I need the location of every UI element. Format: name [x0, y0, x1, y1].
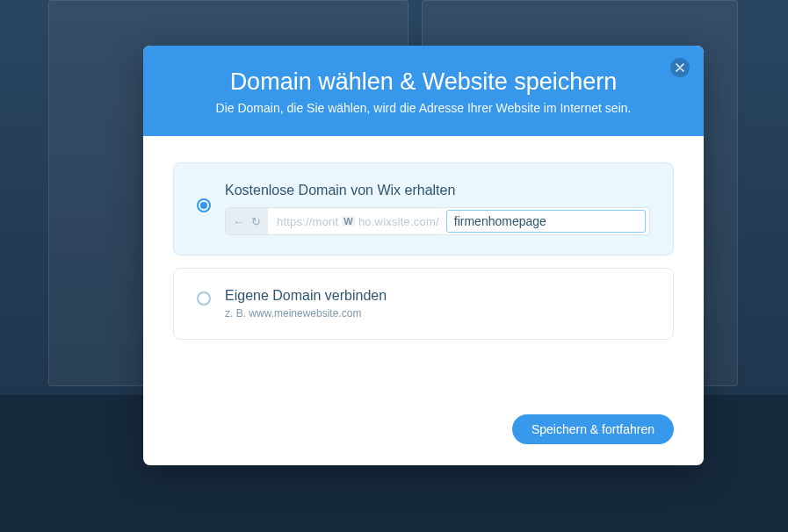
option-free-domain[interactable]: Kostenlose Domain von Wix erhalten ← ↻ h…: [173, 162, 674, 255]
radio-own-domain[interactable]: [197, 291, 211, 306]
url-prefix: https://mont W ho.wixsite.com/: [268, 215, 446, 228]
radio-free-domain[interactable]: [197, 198, 211, 212]
option-own-domain[interactable]: Eigene Domain verbinden z. B. www.meinew…: [173, 268, 674, 340]
option-own-hint: z. B. www.meinewebsite.com: [225, 307, 650, 320]
save-domain-modal: Domain wählen & Website speichern Die Do…: [143, 46, 704, 465]
back-arrow-icon: ←: [233, 215, 244, 228]
modal-footer: Speichern & fortfahren: [143, 399, 704, 465]
url-bar: ← ↻ https://mont W ho.wixsite.com/: [225, 207, 650, 235]
save-continue-button[interactable]: Speichern & fortfahren: [512, 414, 674, 444]
option-free-title: Kostenlose Domain von Wix erhalten: [225, 183, 650, 198]
site-name-input[interactable]: [446, 210, 646, 233]
close-icon[interactable]: [670, 58, 690, 77]
modal-title: Domain wählen & Website speichern: [170, 68, 677, 96]
reload-icon: ↻: [251, 215, 261, 228]
modal-header: Domain wählen & Website speichern Die Do…: [143, 46, 704, 136]
option-own-content: Eigene Domain verbinden z. B. www.meinew…: [225, 288, 650, 320]
option-own-title: Eigene Domain verbinden: [225, 288, 650, 304]
wix-logo-icon: W: [342, 216, 355, 226]
modal-body: Kostenlose Domain von Wix erhalten ← ↻ h…: [143, 136, 704, 399]
option-free-content: Kostenlose Domain von Wix erhalten ← ↻ h…: [225, 183, 650, 235]
url-nav-controls: ← ↻: [226, 208, 268, 234]
modal-subtitle: Die Domain, die Sie wählen, wird die Adr…: [170, 101, 677, 115]
